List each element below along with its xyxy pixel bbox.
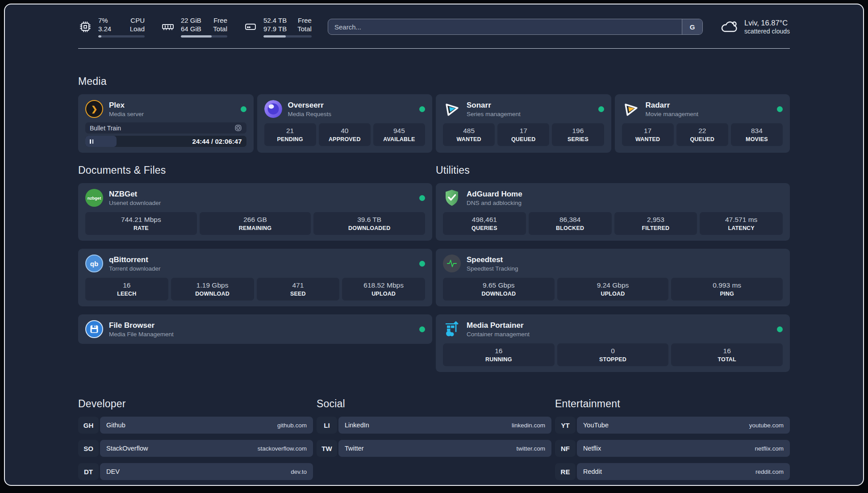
app-card-nzbget[interactable]: nzbget NZBGet Usenet downloader 744.21 M… bbox=[78, 183, 432, 241]
section-title-entertainment: Entertainment bbox=[555, 398, 790, 410]
app-card-sonarr[interactable]: Sonarr Series management 485WANTED 17QUE… bbox=[436, 94, 611, 153]
section-title-media: Media bbox=[78, 75, 790, 88]
section-documents: Documents & Files nzbget NZBGet Usenet d… bbox=[78, 164, 432, 344]
bookmark-abbr: SO bbox=[78, 440, 99, 457]
stat-wanted: 485WANTED bbox=[443, 123, 495, 146]
now-playing-title: Bullet Train bbox=[90, 125, 121, 132]
stat-available: 945AVAILABLE bbox=[373, 123, 425, 146]
bookmark-abbr: RE bbox=[555, 463, 576, 480]
section-title-documents: Documents & Files bbox=[78, 164, 432, 176]
stat-stopped: 0STOPPED bbox=[557, 343, 669, 366]
weather-location-temp: Lviv, 16.87°C bbox=[744, 19, 790, 27]
dashboard-frame: 7%3.24 CPULoad 22 GiB64 GiB FreeTotal bbox=[4, 4, 864, 486]
plex-now-playing: Bullet Train 24:44 / 02:06:47 bbox=[85, 122, 246, 147]
stat-wanted: 17WANTED bbox=[622, 123, 674, 146]
stat-total: 16TOTAL bbox=[671, 343, 783, 366]
storage-total: 97.9 TB bbox=[263, 25, 287, 33]
stat-pending: 21PENDING bbox=[264, 123, 316, 146]
status-dot bbox=[419, 326, 425, 332]
memory-total: 64 GiB bbox=[181, 25, 201, 33]
stat-series: 196SERIES bbox=[552, 123, 604, 146]
bookmark-abbr: GH bbox=[78, 417, 99, 434]
stat-approved: 40APPROVED bbox=[319, 123, 371, 146]
storage-stats: 52.4 TB97.9 TB FreeTotal bbox=[243, 16, 312, 38]
status-dot bbox=[598, 106, 604, 112]
system-stats: 7%3.24 CPULoad 22 GiB64 GiB FreeTotal bbox=[78, 16, 312, 38]
search-input[interactable] bbox=[328, 19, 682, 34]
pause-icon bbox=[90, 139, 91, 144]
app-card-overseerr[interactable]: Overseerr Media Requests 21PENDING 40APP… bbox=[257, 94, 433, 153]
stat-movies: 834MOVIES bbox=[731, 123, 783, 146]
stat-queued: 22QUEUED bbox=[676, 123, 728, 146]
bookmark-netflix[interactable]: NF Netflixnetflix.com bbox=[555, 440, 790, 457]
playback-time: 24:44 / 02:06:47 bbox=[192, 138, 242, 145]
sonarr-icon bbox=[443, 100, 461, 118]
memory-free: 22 GiB bbox=[181, 16, 201, 25]
stat-queries: 498,461QUERIES bbox=[443, 212, 526, 235]
topbar: 7%3.24 CPULoad 22 GiB64 GiB FreeTotal bbox=[78, 16, 790, 38]
bookmark-abbr: LI bbox=[317, 417, 337, 434]
stat-filtered: 2,953FILTERED bbox=[614, 212, 697, 235]
bookmark-github[interactable]: GH Githubgithub.com bbox=[78, 417, 313, 434]
playback-progress-bar: 24:44 / 02:06:47 bbox=[85, 136, 246, 147]
section-title-social: Social bbox=[317, 398, 551, 410]
playback-progress-fill bbox=[85, 136, 117, 147]
app-card-plex[interactable]: ❯ Plex Media server Bullet Train bbox=[78, 94, 254, 153]
search-provider-button[interactable]: G bbox=[682, 19, 702, 34]
cpu-icon bbox=[78, 20, 92, 34]
stat-upload: 618.52 MbpsUPLOAD bbox=[342, 278, 425, 301]
storage-free: 52.4 TB bbox=[263, 16, 287, 25]
stat-running: 16RUNNING bbox=[443, 343, 555, 366]
memory-stats: 22 GiB64 GiB FreeTotal bbox=[161, 16, 227, 38]
bookmark-youtube[interactable]: YT YouTubeyoutube.com bbox=[555, 417, 790, 434]
radarr-icon bbox=[622, 100, 640, 118]
app-card-qbittorrent[interactable]: qb qBittorrent Torrent downloader 16LEEC… bbox=[78, 249, 432, 306]
adguard-icon bbox=[443, 189, 461, 207]
stat-ping: 0.993 msPING bbox=[671, 278, 783, 301]
bookmark-twitter[interactable]: TW Twittertwitter.com bbox=[317, 440, 551, 457]
status-dot bbox=[419, 261, 425, 267]
nzbget-icon: nzbget bbox=[85, 189, 103, 207]
app-card-adguard[interactable]: AdGuard Home DNS and adblocking 498,461Q… bbox=[436, 183, 790, 241]
app-card-filebrowser[interactable]: File Browser Media File Management bbox=[78, 314, 432, 344]
section-entertainment: Entertainment YT YouTubeyoutube.com NF N… bbox=[555, 398, 790, 480]
bookmark-abbr: NF bbox=[555, 440, 576, 457]
status-dot bbox=[241, 106, 246, 112]
memory-progress-bar bbox=[181, 35, 227, 38]
bookmark-stackoverflow[interactable]: SO StackOverflowstackoverflow.com bbox=[78, 440, 313, 457]
stat-download: 9.65 GbpsDOWNLOAD bbox=[443, 278, 555, 301]
bookmark-abbr: DT bbox=[78, 463, 99, 480]
weather-condition: scattered clouds bbox=[744, 28, 790, 35]
disk-icon bbox=[243, 20, 258, 34]
cloud-icon bbox=[719, 18, 739, 36]
section-title-utilities: Utilities bbox=[436, 164, 790, 176]
section-social: Social LI LinkedInlinkedin.com TW Twitte… bbox=[317, 398, 551, 457]
app-card-radarr[interactable]: Radarr Movie management 17WANTED 22QUEUE… bbox=[615, 94, 790, 153]
cpu-progress-bar bbox=[98, 35, 145, 38]
stat-queued: 17QUEUED bbox=[497, 123, 549, 146]
bookmark-linkedin[interactable]: LI LinkedInlinkedin.com bbox=[317, 417, 551, 434]
status-dot bbox=[777, 106, 783, 112]
section-title-developer: Developer bbox=[78, 398, 313, 410]
portainer-icon bbox=[443, 320, 461, 338]
stat-download: 1.19 GbpsDOWNLOAD bbox=[171, 278, 254, 301]
app-card-speedtest[interactable]: Speedtest Speedtest Tracking 9.65 GbpsDO… bbox=[436, 249, 790, 306]
stat-seed: 471SEED bbox=[257, 278, 340, 301]
status-dot bbox=[419, 195, 425, 201]
bookmark-reddit[interactable]: RE Redditreddit.com bbox=[555, 463, 790, 480]
filebrowser-icon bbox=[85, 320, 103, 338]
stat-upload: 9.24 GbpsUPLOAD bbox=[557, 278, 669, 301]
target-icon[interactable] bbox=[234, 124, 242, 132]
search-bar: G bbox=[328, 19, 703, 35]
plex-icon: ❯ bbox=[85, 100, 103, 118]
stat-blocked: 86,384BLOCKED bbox=[529, 212, 612, 235]
weather-widget: Lviv, 16.87°C scattered clouds bbox=[719, 18, 790, 36]
bookmark-dev[interactable]: DT DEVdev.to bbox=[78, 463, 313, 480]
overseerr-icon bbox=[264, 100, 282, 118]
app-card-portainer[interactable]: Media Portainer Container management 16R… bbox=[436, 314, 790, 372]
cpu-stats: 7%3.24 CPULoad bbox=[78, 16, 145, 38]
header-divider bbox=[78, 48, 790, 49]
section-utilities: Utilities AdGuard Home DNS and adblockin… bbox=[436, 164, 790, 372]
section-developer: Developer GH Githubgithub.com SO StackOv… bbox=[78, 398, 313, 480]
ram-icon bbox=[161, 20, 175, 34]
